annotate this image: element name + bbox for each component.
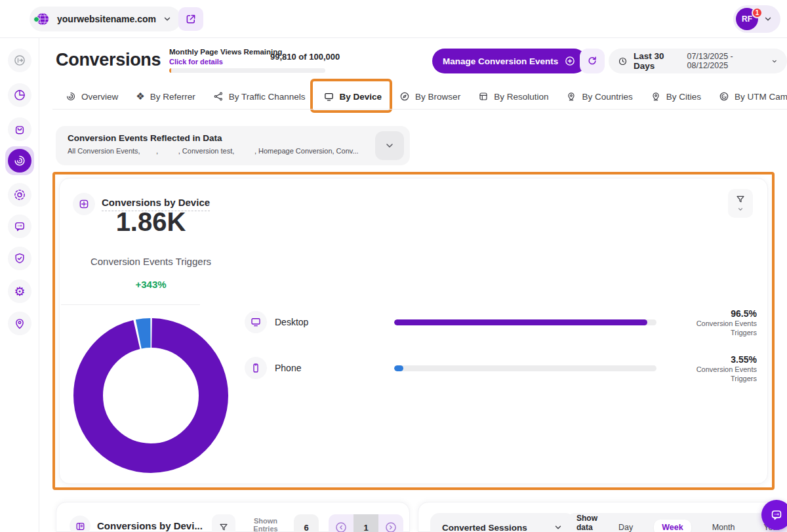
desktop-bar-fill bbox=[394, 319, 647, 325]
manage-conversion-events-button[interactable]: Manage Conversion Events bbox=[432, 49, 586, 73]
manage-button-label: Manage Conversion Events bbox=[443, 56, 558, 66]
support-chat-button[interactable] bbox=[761, 500, 787, 530]
compass-icon bbox=[399, 91, 410, 102]
date-range-label: Last 30 Days bbox=[634, 51, 681, 71]
sidebar-item-analytics[interactable] bbox=[8, 83, 31, 107]
chevron-down-icon bbox=[554, 523, 563, 532]
granularity-day[interactable]: Day bbox=[611, 520, 641, 532]
refresh-icon bbox=[586, 55, 598, 67]
refresh-button[interactable] bbox=[580, 49, 605, 73]
chevron-down-icon bbox=[163, 14, 172, 24]
legend-label-phone: Phone bbox=[275, 363, 301, 373]
conversions-spiral-icon bbox=[8, 149, 31, 173]
chevron-down-icon bbox=[771, 58, 778, 65]
table-card-title[interactable]: Conversions by Devi... bbox=[97, 520, 203, 532]
total-label: Conversion Events Triggers bbox=[65, 256, 237, 267]
tab-label: By Traffic Channels bbox=[229, 92, 306, 102]
open-website-button[interactable] bbox=[178, 7, 203, 31]
tab-by-traffic-channels[interactable]: By Traffic Channels bbox=[213, 84, 306, 109]
pin-icon bbox=[566, 91, 576, 102]
sidebar-item-ecommerce[interactable] bbox=[8, 117, 31, 141]
desktop-percent: 96.5% bbox=[696, 308, 757, 319]
tab-label: By Resolution bbox=[494, 92, 548, 102]
quota-progress-fill bbox=[169, 68, 171, 73]
events-filter-expand-button[interactable] bbox=[375, 131, 404, 160]
pagination: 1 bbox=[329, 514, 403, 532]
pie-chart-icon bbox=[13, 89, 26, 102]
next-page-button[interactable] bbox=[378, 514, 403, 532]
show-data-by-label: Show data by: bbox=[576, 514, 597, 532]
monitor-icon bbox=[323, 91, 334, 102]
tab-label: By Browser bbox=[415, 92, 460, 102]
tab-by-resolution[interactable]: By Resolution bbox=[478, 84, 548, 109]
total-change: +343% bbox=[85, 279, 217, 290]
legend-label-desktop: Desktop bbox=[275, 317, 308, 327]
sidebar-item-feedback[interactable] bbox=[8, 215, 31, 238]
report-tabs: Overview ❖ By Referrer By Traffic Channe… bbox=[66, 84, 787, 109]
tab-label: By Device bbox=[340, 92, 382, 102]
granularity-week[interactable]: Week bbox=[654, 520, 691, 532]
avatar-initials: RF bbox=[742, 14, 752, 24]
desktop-bar-track bbox=[394, 319, 656, 325]
phone-percent-block: 3.55% Conversion Events Triggers bbox=[696, 354, 757, 383]
metric-dropdown-label: Converted Sessions bbox=[442, 523, 527, 532]
sidebar-item-settings[interactable]: ⚙ bbox=[8, 279, 31, 303]
chevron-down-icon bbox=[384, 140, 395, 151]
avatar: RF 1 bbox=[736, 8, 758, 30]
chevron-down-icon bbox=[763, 14, 773, 24]
website-selector[interactable]: yourwebsitename.com bbox=[30, 7, 181, 31]
spiral-icon bbox=[66, 91, 76, 102]
chat-widget-icon bbox=[769, 508, 784, 522]
tab-overview[interactable]: Overview bbox=[66, 84, 118, 109]
user-menu[interactable]: RF 1 bbox=[733, 5, 780, 33]
phone-percent: 3.55% bbox=[696, 354, 757, 365]
conversion-events-filter: Conversion Events Reflected in Data All … bbox=[56, 126, 410, 165]
sidebar-item-locations[interactable] bbox=[8, 312, 31, 335]
converted-sessions-card: Converted Sessions Show data by: Day Wee… bbox=[418, 502, 787, 532]
tab-by-browser[interactable]: By Browser bbox=[399, 84, 460, 109]
sidebar-item-conversions[interactable] bbox=[5, 146, 34, 175]
tab-label: Overview bbox=[81, 92, 118, 102]
metric-dropdown[interactable]: Converted Sessions bbox=[430, 513, 575, 532]
session-camera-icon bbox=[13, 188, 26, 201]
shield-check-icon bbox=[13, 252, 26, 265]
events-filter-list: All Conversion Events, , , Conversion te… bbox=[68, 147, 369, 155]
clock-icon bbox=[618, 56, 628, 67]
tab-by-countries[interactable]: By Countries bbox=[566, 84, 632, 109]
tab-by-cities[interactable]: By Cities bbox=[651, 84, 701, 109]
diamond-icon: ❖ bbox=[136, 92, 144, 102]
table-filter-button[interactable] bbox=[212, 514, 235, 532]
card-filter-button[interactable] bbox=[728, 189, 753, 218]
events-filter-title: Conversion Events Reflected in Data bbox=[68, 133, 222, 143]
desktop-device-icon bbox=[245, 311, 267, 333]
quota-value: 99,810 of 100,000 bbox=[270, 52, 340, 62]
page-size-selector[interactable]: 6 bbox=[294, 514, 319, 532]
conversions-table-card: Conversions by Devi... Shown Entries 1-2… bbox=[56, 502, 410, 532]
page-title: Conversions bbox=[56, 50, 161, 70]
prev-page-button[interactable] bbox=[329, 514, 353, 532]
phone-metric-label2: Triggers bbox=[696, 374, 757, 383]
desktop-metric-label2: Triggers bbox=[696, 328, 757, 337]
tab-by-referrer[interactable]: ❖ By Referrer bbox=[136, 84, 195, 109]
quota-label: Monthly Page Views Remaining bbox=[169, 48, 282, 56]
date-range-picker[interactable]: Last 30 Days 07/13/2025 - 08/12/2025 bbox=[609, 49, 787, 73]
app: yourwebsitename.com RF 1 bbox=[0, 0, 787, 532]
phone-bar-track bbox=[394, 365, 656, 371]
table-icon bbox=[70, 516, 91, 532]
tabs-divider bbox=[52, 109, 787, 110]
sidebar-item-privacy[interactable] bbox=[8, 247, 31, 270]
granularity-month[interactable]: Month bbox=[704, 520, 743, 532]
sidebar-item-collapse[interactable] bbox=[8, 49, 31, 72]
quota-details-link[interactable]: Click for details bbox=[169, 58, 223, 66]
top-bar: yourwebsitename.com RF 1 bbox=[0, 0, 787, 38]
tab-label: By UTM Campaign bbox=[735, 92, 787, 102]
external-link-icon bbox=[185, 13, 197, 25]
tab-label: By Referrer bbox=[150, 92, 195, 102]
conversions-by-device-card: Conversions by Device 1.86K Conversion E… bbox=[59, 178, 768, 484]
sidebar-item-recordings[interactable] bbox=[8, 183, 31, 207]
tab-by-device[interactable]: By Device bbox=[323, 84, 382, 109]
current-page: 1 bbox=[353, 514, 378, 532]
location-pin-icon bbox=[13, 317, 26, 330]
tab-by-utm-campaign[interactable]: By UTM Campaign bbox=[719, 84, 787, 109]
plus-circle-icon bbox=[564, 55, 576, 67]
